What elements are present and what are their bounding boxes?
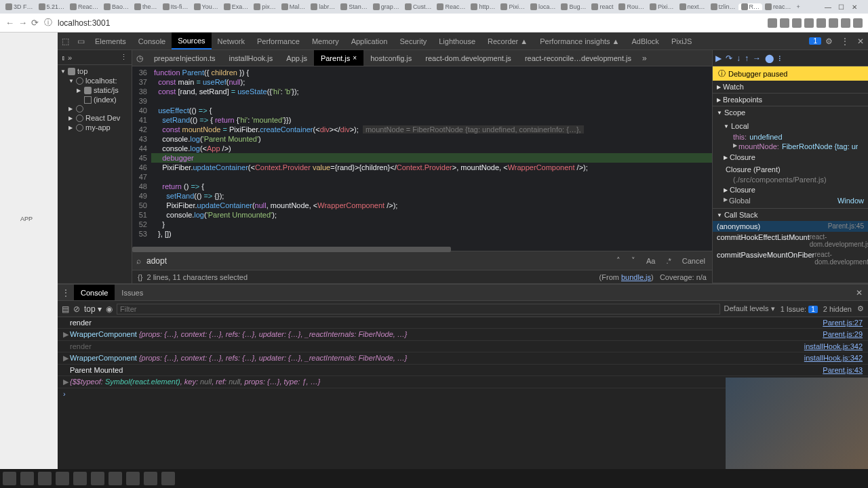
callstack-section[interactable]: ▼Call Stack [713, 209, 868, 221]
file-tab[interactable]: hostconfig.js [363, 50, 418, 66]
callstack-frame[interactable]: commitPassiveMountOnFiberreact-dom.devel… [713, 249, 868, 267]
cancel-button[interactable]: Cancel [679, 257, 708, 265]
filter-input[interactable] [117, 304, 720, 314]
start-button[interactable] [3, 472, 16, 485]
browser-tab[interactable]: the… [132, 3, 160, 10]
console-log-entry[interactable]: ▶WrapperComponent {props: {…}, context: … [58, 329, 868, 341]
tree-item[interactable]: ▶static/js [58, 85, 132, 95]
browser-tab[interactable]: R… [738, 3, 763, 10]
extension-icon[interactable] [792, 18, 802, 28]
site-info-icon[interactable]: ⓘ [44, 17, 52, 28]
devtools-tab-sources[interactable]: Sources [172, 33, 211, 49]
show-sidebar-icon[interactable]: ▤ [62, 304, 69, 314]
browser-tab[interactable]: grap… [370, 3, 402, 10]
taskbar-app-icon[interactable] [144, 472, 157, 485]
devtools-tab-adblock[interactable]: AdBlock [626, 33, 665, 49]
browser-tab[interactable]: pix… [251, 3, 279, 10]
source-map-link[interactable]: bundle.js [621, 273, 651, 281]
search-icon[interactable] [20, 472, 34, 485]
taskbar-app-icon[interactable] [108, 472, 122, 485]
browser-tab[interactable]: Exa… [221, 3, 252, 10]
file-tab[interactable]: react-dom.development.js [418, 50, 518, 66]
browser-tab[interactable]: You… [191, 3, 221, 10]
file-tab[interactable]: prepareInjection.ts [147, 50, 222, 66]
breakpoints-section[interactable]: ▶Breakpoints [713, 94, 868, 106]
scope-closure[interactable]: ▶Closure [724, 151, 864, 163]
browser-tab[interactable]: Pixi… [647, 3, 677, 10]
browser-tab[interactable]: Bug… [558, 3, 589, 10]
extension-icon[interactable] [841, 18, 850, 28]
step-out-button[interactable]: ↑ [745, 54, 749, 63]
forward-icon[interactable]: → [18, 18, 27, 28]
tree-item[interactable]: ▼localhost: [58, 76, 132, 85]
more-icon[interactable]: ⋮ [837, 37, 853, 46]
devtools-tab-lighthouse[interactable]: Lighthouse [433, 33, 481, 49]
devtools-tab-network[interactable]: Network [212, 33, 251, 49]
browser-tab[interactable]: tzlin… [708, 3, 738, 10]
browser-tab[interactable]: http… [468, 3, 498, 10]
taskbar-app-icon[interactable] [38, 472, 52, 485]
more-icon[interactable]: ⋮ [58, 288, 74, 298]
step-into-button[interactable]: ↓ [736, 54, 741, 63]
taskbar-app-icon[interactable] [73, 472, 87, 485]
browser-tab[interactable]: loca… [528, 3, 559, 10]
more-icon[interactable]: » [68, 54, 72, 62]
close-drawer-icon[interactable]: ✕ [850, 288, 868, 298]
browser-tab[interactable]: react [589, 3, 616, 10]
scope-section[interactable]: ▼Scope [713, 106, 868, 119]
tree-item[interactable]: ▶my-app [58, 123, 132, 132]
devtools-tab-memory[interactable]: Memory [306, 33, 345, 49]
drawer-tab-issues[interactable]: Issues [115, 285, 150, 300]
extension-icon[interactable] [816, 18, 826, 28]
browser-tab[interactable]: labr… [308, 3, 338, 10]
more-icon[interactable]: ⋮ [120, 53, 127, 62]
browser-tab[interactable]: Stan… [338, 3, 370, 10]
browser-tab[interactable]: next… [677, 3, 708, 10]
deactivate-bp-button[interactable]: ⬤ [765, 54, 774, 63]
issue-badge[interactable]: 1 [809, 37, 821, 45]
browser-tab[interactable]: Mal… [279, 3, 309, 10]
devtools-tab-performance[interactable]: Performance [251, 33, 306, 49]
hidden-count[interactable]: 2 hidden [823, 305, 852, 313]
taskbar-app-icon[interactable] [56, 472, 69, 485]
scope-local[interactable]: ▼Local [724, 120, 864, 132]
resume-button[interactable]: ▶ [715, 54, 722, 63]
close-icon[interactable]: ✕ [852, 3, 860, 11]
tree-item[interactable]: ▶ [58, 104, 132, 113]
devtools-tab-security[interactable]: Security [393, 33, 433, 49]
file-tab[interactable]: Parent.js× [314, 50, 363, 66]
close-devtools-icon[interactable]: ✕ [853, 37, 868, 46]
extension-icon[interactable] [804, 18, 814, 28]
extension-icon[interactable] [768, 18, 777, 28]
console-settings-icon[interactable]: ⚙ [857, 304, 864, 313]
minimize-icon[interactable]: — [825, 3, 833, 11]
browser-tab[interactable]: reac… [762, 3, 794, 10]
browser-tab[interactable]: Pixi… [498, 3, 528, 10]
taskbar-app-icon[interactable] [126, 472, 140, 485]
watch-section[interactable]: ▶Watch [713, 81, 868, 93]
console-log-entry[interactable]: Parent MountedParent.js:43 [58, 365, 868, 376]
find-input[interactable] [146, 256, 608, 266]
browser-tab[interactable]: Reac… [434, 3, 468, 10]
device-icon[interactable]: ▭ [73, 37, 89, 46]
browser-tab[interactable]: Cust… [402, 3, 435, 10]
devtools-tab-elements[interactable]: Elements [89, 33, 132, 49]
browser-tab[interactable]: Its-fi… [160, 3, 191, 10]
step-button[interactable]: → [753, 54, 761, 63]
console-log-entry[interactable]: renderParent.js:27 [58, 317, 868, 329]
console-log-entry[interactable]: renderinstallHook.js:342 [58, 341, 868, 352]
url-input[interactable] [58, 18, 762, 28]
more-tabs-icon[interactable]: » [638, 54, 651, 63]
code-editor[interactable]: 363738394041424344454647484950515253 fun… [132, 66, 712, 251]
devtools-tab-application[interactable]: Application [345, 33, 394, 49]
page-tab[interactable]: ⫾ [62, 54, 66, 62]
match-case-button[interactable]: Aa [644, 257, 658, 265]
new-tab-button[interactable]: + [794, 3, 803, 10]
drawer-tab-console[interactable]: Console [74, 285, 115, 300]
file-tab[interactable]: react-reconcile…development.js [518, 50, 638, 66]
inspect-icon[interactable]: ⬚ [58, 37, 73, 46]
browser-tab[interactable]: 3D F… [3, 3, 36, 10]
find-next-button[interactable]: ˅ [629, 256, 638, 265]
eye-icon[interactable]: ◉ [106, 304, 113, 314]
browser-tab[interactable]: 5.21… [36, 3, 68, 10]
